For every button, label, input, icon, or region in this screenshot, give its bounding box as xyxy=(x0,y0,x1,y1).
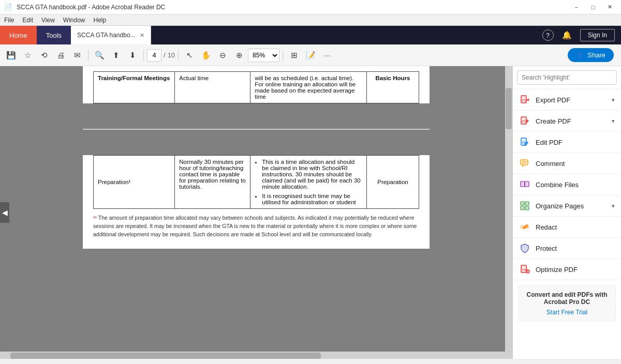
app-left: 📄 SCCA GTA handbook.pdf - Adobe Acrobat … xyxy=(4,3,165,11)
page-number-input[interactable] xyxy=(147,49,161,62)
scroll-thumb-h[interactable] xyxy=(10,353,321,359)
zoom-in-button[interactable]: ⊕ xyxy=(231,48,247,63)
zoom-out-minus-button[interactable]: ⊖ xyxy=(215,48,230,63)
app-title: SCCA GTA handbook.pdf - Adobe Acrobat Re… xyxy=(17,4,165,11)
panel-item-create-pdf[interactable]: PDFCreate PDF▾ xyxy=(513,111,621,132)
panel-item-organize-pages[interactable]: Organize Pages▾ xyxy=(513,195,621,217)
panel-item-comment[interactable]: Comment xyxy=(513,153,621,174)
organize-pages-chevron: ▾ xyxy=(612,203,615,209)
share-button[interactable]: 👤 Share xyxy=(568,48,614,62)
scroll-down-button[interactable]: ⬇ xyxy=(125,48,140,63)
annotation-button[interactable]: 📝 xyxy=(303,48,318,63)
comment-label: Comment xyxy=(536,160,565,168)
window-controls[interactable]: − □ ✕ xyxy=(569,2,617,12)
nav-right-area: ? 🔔 Sign In xyxy=(542,28,621,42)
nav-tools[interactable]: Tools xyxy=(37,26,71,44)
redact-label: Redact xyxy=(536,223,557,231)
print-button[interactable]: 🖨 xyxy=(53,48,68,63)
page-separator: / xyxy=(164,51,166,59)
minimize-button[interactable]: − xyxy=(569,2,584,12)
doc-tab[interactable]: SCCA GTA handbo... ✕ xyxy=(71,26,151,44)
svg-rect-17 xyxy=(521,202,524,205)
menu-view[interactable]: View xyxy=(41,17,55,24)
pdf-table-main: Preparation¹ Normally 30 minutes per hou… xyxy=(93,155,419,209)
create-pdf-chevron: ▾ xyxy=(612,118,615,125)
hand-tool-button[interactable]: ✋ xyxy=(198,48,214,63)
save-button[interactable]: 💾 xyxy=(3,48,19,63)
organize-pages-label: Organize Pages xyxy=(536,202,584,210)
menu-file[interactable]: File xyxy=(4,17,14,24)
view-mode-button[interactable]: ⊞ xyxy=(286,48,302,63)
create-pdf-icon: PDF xyxy=(519,115,530,127)
right-panel: PDFExport PDF▾PDFCreate PDF▾PDFEdit PDFC… xyxy=(512,66,621,359)
zoom-out-button[interactable]: 🔍 xyxy=(92,48,107,63)
export-pdf-chevron: ▾ xyxy=(612,97,615,103)
back-button[interactable]: ⟲ xyxy=(36,48,52,63)
list-item: This is a time allocation and should be … xyxy=(262,159,362,190)
panel-convert-link[interactable]: Start Free Trial xyxy=(524,309,610,316)
panel-item-edit-pdf[interactable]: PDFEdit PDF xyxy=(513,132,621,153)
svg-rect-20 xyxy=(525,206,529,210)
more-tools-button[interactable]: ··· xyxy=(319,48,335,63)
panel-item-optimize-pdf[interactable]: PDF+Optimize PDF xyxy=(513,259,621,280)
list-item: It is recognised such time may be utilis… xyxy=(262,193,362,205)
protect-icon xyxy=(519,242,530,254)
pdf-footnote: ¹¹ The amount of preparation time alloca… xyxy=(93,214,419,238)
toolbar-divider-2 xyxy=(143,50,144,61)
doc-tab-close-button[interactable]: ✕ xyxy=(140,32,144,39)
svg-text:PDF: PDF xyxy=(522,99,528,102)
share-label: Share xyxy=(587,51,605,59)
export-pdf-icon: PDF xyxy=(519,94,530,105)
toolbar-divider-4 xyxy=(283,50,283,61)
combine-files-icon xyxy=(519,179,530,190)
menu-help[interactable]: Help xyxy=(94,17,107,24)
pdf-viewer[interactable]: ◀ Training/Formal Meetings Actual time w… xyxy=(0,66,512,359)
panel-item-redact[interactable]: Redact xyxy=(513,217,621,238)
page-separator-area xyxy=(83,103,430,155)
search-highlight-input[interactable] xyxy=(517,70,617,85)
svg-rect-15 xyxy=(525,181,529,187)
page-total: 10 xyxy=(168,51,175,59)
zoom-dropdown[interactable]: 85% 100% 75% 50% xyxy=(248,49,279,62)
table-cell-preparation-notes: This is a time allocation and should be … xyxy=(250,156,367,209)
sign-in-button[interactable]: Sign In xyxy=(580,29,615,41)
acrobat-icon: 📄 xyxy=(4,3,12,11)
pdf-page: Training/Formal Meetings Actual time wil… xyxy=(83,66,430,249)
app-title-bar: 📄 SCCA GTA handbook.pdf - Adobe Acrobat … xyxy=(0,0,621,14)
edit-pdf-label: Edit PDF xyxy=(536,139,563,146)
table-cell-preparation-time: Normally 30 minutes per hour of tutoring… xyxy=(175,156,250,209)
nav-home[interactable]: Home xyxy=(0,26,37,44)
help-icon-button[interactable]: ? xyxy=(542,29,554,41)
menu-window[interactable]: Window xyxy=(63,17,85,24)
prev-page-button[interactable]: ◀ xyxy=(0,202,9,223)
panel-item-combine-files[interactable]: Combine Files xyxy=(513,174,621,195)
horizontal-scrollbar[interactable] xyxy=(0,352,505,359)
bookmark-button[interactable]: ☆ xyxy=(20,48,35,63)
menu-edit[interactable]: Edit xyxy=(22,17,33,24)
comment-icon xyxy=(519,158,530,169)
redact-icon xyxy=(519,221,530,233)
select-tool-button[interactable]: ↖ xyxy=(182,48,197,63)
toolbar: 💾 ☆ ⟲ 🖨 ✉ 🔍 ⬆ ⬇ / 10 ↖ ✋ ⊖ ⊕ 85% 100% 75… xyxy=(0,44,621,66)
panel-item-export-pdf[interactable]: PDFExport PDF▾ xyxy=(513,89,621,111)
table-row: Preparation¹ Normally 30 minutes per hou… xyxy=(94,156,419,209)
vertical-scrollbar[interactable] xyxy=(505,66,512,359)
page-divider xyxy=(83,129,430,130)
organize-pages-icon xyxy=(519,200,530,211)
scroll-up-button[interactable]: ⬆ xyxy=(108,48,124,63)
pdf-table-top: Training/Formal Meetings Actual time wil… xyxy=(93,71,419,103)
table-header-col4: Basic Hours xyxy=(366,72,419,103)
main-area: ◀ Training/Formal Meetings Actual time w… xyxy=(0,66,621,359)
email-button[interactable]: ✉ xyxy=(69,48,85,63)
share-icon: 👤 xyxy=(576,51,584,59)
scroll-thumb[interactable] xyxy=(506,88,512,129)
menu-bar: File Edit View Window Help xyxy=(0,14,621,26)
panel-item-protect[interactable]: Protect xyxy=(513,238,621,259)
svg-rect-19 xyxy=(521,206,524,210)
edit-pdf-icon: PDF xyxy=(519,136,530,148)
close-button[interactable]: ✕ xyxy=(602,2,617,12)
table-header-col1: Training/Formal Meetings xyxy=(94,72,175,103)
notification-icon-button[interactable]: 🔔 xyxy=(560,28,574,42)
panel-menu: PDFExport PDF▾PDFCreate PDF▾PDFEdit PDFC… xyxy=(513,89,621,280)
maximize-button[interactable]: □ xyxy=(586,2,600,12)
